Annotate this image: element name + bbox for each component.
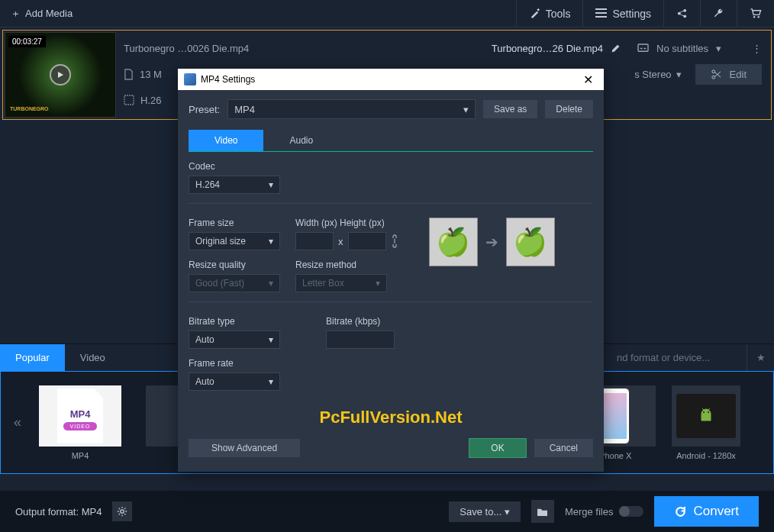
svg-point-10 [708,411,709,413]
subtitle-menu-icon[interactable]: ⋮ [752,43,762,54]
merge-label: Merge files [565,506,614,517]
merge-files-toggle[interactable]: Merge files [565,506,644,517]
gear-icon [117,506,127,517]
svg-point-3 [753,16,755,18]
cancel-button[interactable]: Cancel [534,439,593,457]
x-label: x [338,236,343,247]
save-to-button[interactable]: Save to... ▾ [449,501,521,522]
convert-button[interactable]: Convert [654,496,759,527]
subtitle-select[interactable]: No subtitles [656,43,708,54]
cart-icon [750,8,762,19]
bitrate-input[interactable] [326,330,395,349]
format-label: MP4 [27,451,134,460]
ok-button[interactable]: OK [469,438,526,458]
tools-label: Tools [546,8,571,20]
save-as-button[interactable]: Save as [483,100,537,118]
bitrate-type-value: Auto [195,334,214,345]
wand-icon [529,8,540,19]
refresh-icon [674,505,687,518]
add-media-label: Add Media [25,8,73,19]
output-settings-button[interactable] [112,501,132,521]
frame-rate-select[interactable]: Auto ▾ [189,372,280,391]
preset-select[interactable]: MP4 ▾ [227,99,476,119]
format-mp4[interactable]: MP4 [27,385,134,460]
frame-size-value: Original size [195,236,246,247]
plus-icon: ＋ [11,7,21,21]
wrench-icon [713,8,724,19]
video-thumbnail[interactable]: 00:03:27 TURBONEGRO [5,32,116,118]
tools-button[interactable]: Tools [516,0,583,27]
play-icon[interactable] [50,64,71,85]
bitrate-type-select[interactable]: Auto ▾ [189,330,280,349]
top-bar: ＋ Add Media Tools Settings [0,0,774,27]
link-icon[interactable] [391,234,398,248]
bitrate-type-label: Bitrate type [189,316,280,327]
resize-method-select[interactable]: Letter Box ▾ [295,274,387,292]
chevron-down-icon: ▾ [269,179,273,190]
cart-button[interactable] [737,0,774,27]
file-icon [124,69,134,80]
preset-label: Preset: [189,104,220,115]
open-folder-button[interactable] [531,500,554,523]
tab-video[interactable]: Video [65,344,121,371]
format-android[interactable]: Android - 1280x [668,385,744,460]
source-filename: Turbonegro …0026 Die.mp4 [124,43,249,54]
chevron-down-icon: ▾ [269,236,273,247]
edit-button[interactable]: Edit [695,64,762,85]
svg-point-6 [711,69,714,73]
dialog-title: MP4 Settings [201,74,255,85]
resize-quality-select[interactable]: Good (Fast) ▾ [189,274,280,292]
resize-quality-value: Good (Fast) [195,278,244,289]
settings-label: Settings [612,8,651,20]
frame-size-select[interactable]: Original size ▾ [189,232,280,250]
edit-name-icon[interactable] [611,44,621,53]
add-media-button[interactable]: ＋ Add Media [0,0,83,27]
toggle-switch[interactable] [619,506,643,517]
star-icon: ★ [756,352,766,363]
settings-button[interactable]: Settings [582,0,663,27]
dialog-titlebar: MP4 Settings ✕ [178,69,604,90]
share-button[interactable] [663,0,700,27]
bitrate-label: Bitrate (kbps) [326,316,395,327]
width-input[interactable] [295,232,334,250]
codec-value: H.264 [195,179,220,190]
bottom-bar: Output format: MP4 Save to... ▾ Merge fi… [0,491,774,532]
edit-label: Edit [730,69,747,80]
subtitle-icon [637,44,649,53]
chevron-down-icon: ▾ [676,69,682,80]
format-search[interactable]: nd format or device... [609,344,747,371]
scroll-left-button[interactable]: « [8,414,27,430]
share-icon [676,8,688,19]
wrench-button[interactable] [700,0,737,27]
audio-tab[interactable]: Audio [263,130,339,151]
favorites-tab[interactable]: ★ [747,344,774,371]
delete-button[interactable]: Delete [545,100,593,118]
thumb-title: TURBONEGRO [10,106,49,112]
convert-label: Convert [693,504,739,519]
audio-select[interactable]: s Stereo [634,69,671,80]
close-button[interactable]: ✕ [579,73,598,87]
format-label: Android - 1280x [668,451,744,460]
chevron-down-icon: ▾ [463,104,469,115]
width-height-label: Width (px) Height (px) [295,218,398,228]
svg-rect-8 [124,95,134,105]
chevron-down-icon: ▾ [376,278,380,289]
folder-icon [537,507,548,517]
preview-before: 🍏 [429,218,478,266]
video-tab[interactable]: Video [189,130,263,151]
height-input[interactable] [348,232,386,250]
resize-method-label: Resize method [295,260,398,270]
chevron-down-icon: ▾ [269,376,273,387]
resize-preview: 🍏 ➔ 🍏 [429,218,555,266]
tab-popular[interactable]: Popular [0,344,65,371]
codec-select[interactable]: H.264 ▾ [189,176,280,194]
file-size: 13 M [140,69,162,80]
show-advanced-button[interactable]: Show Advanced [189,439,300,457]
format-icon [124,95,134,105]
preview-after: 🍏 [506,218,555,266]
frame-size-label: Frame size [189,218,280,228]
preset-value: MP4 [234,104,255,115]
watermark-text: PcFullVersion.Net [189,400,593,435]
codec-label: Codec [189,161,593,172]
frame-rate-value: Auto [195,376,214,387]
